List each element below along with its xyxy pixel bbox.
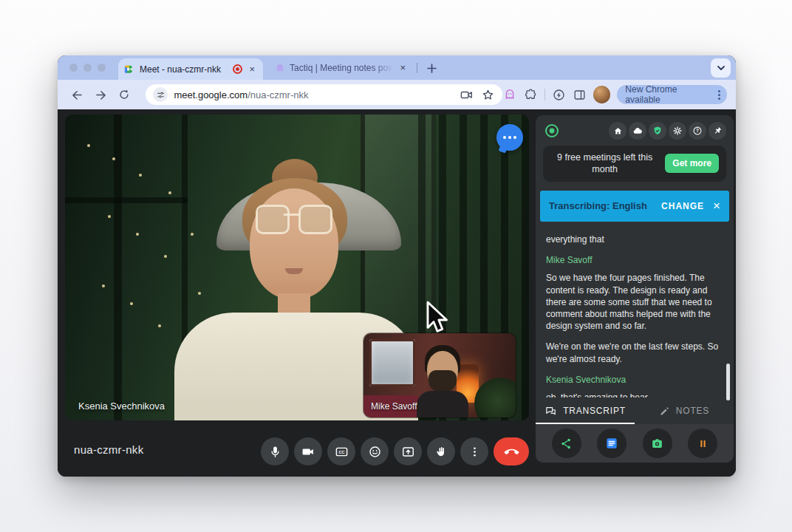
transcript-scrollbar[interactable] [726, 364, 730, 400]
url-bar[interactable]: meet.google.com/nua-czmr-nkk [146, 84, 502, 105]
shield-check-icon[interactable] [649, 122, 666, 140]
share-button[interactable] [552, 429, 581, 458]
tab-label: Meet - nua-czmr-nkk [140, 64, 228, 75]
tab-notes-label: NOTES [676, 406, 709, 416]
chrome-update-label: New Chrome available [625, 84, 713, 105]
recording-target-icon [544, 123, 559, 138]
tab-divider [417, 63, 417, 73]
toolbar-divider [544, 89, 545, 100]
transcribing-label: Transcribing: English [549, 200, 661, 211]
pin-icon[interactable] [709, 122, 726, 140]
beard [429, 370, 457, 392]
more-menu-icon[interactable] [716, 90, 723, 100]
help-icon[interactable]: ? [689, 122, 706, 140]
tab-label: Tactiq | Meeting notes powe [290, 63, 393, 73]
present-button[interactable] [394, 437, 422, 466]
extensions-puzzle-icon[interactable] [524, 88, 538, 102]
site-settings-icon[interactable] [153, 87, 168, 102]
speaker-name: Mike Savoff [546, 254, 722, 266]
transcript-line: oh, that's amazing to hear [546, 392, 722, 398]
string-lights [87, 144, 90, 147]
glasses-bridge [284, 214, 300, 216]
participant-mike [417, 345, 468, 417]
back-icon[interactable] [68, 85, 87, 104]
meeting-code: nua-czmr-nkk [74, 443, 143, 456]
meet-controls: CC [261, 437, 529, 466]
camera-permission-icon[interactable] [460, 88, 474, 102]
url-text: meet.google.com/nua-czmr-nkk [174, 89, 308, 100]
glasses-right [298, 205, 332, 234]
get-more-button[interactable]: Get more [665, 154, 719, 173]
tactiq-favicon [275, 63, 285, 73]
pip-participant-name: Mike Savoff [371, 401, 417, 412]
tab-transcript-label: TRANSCRIPT [563, 406, 626, 416]
screenshot-button[interactable] [643, 429, 672, 458]
meet-page: Ksenia Svechnikova Mike Savoff [58, 109, 736, 477]
tactiq-sidebar: ? 9 free meetings left this month Get mo… [536, 115, 734, 463]
plant [474, 378, 516, 417]
url-domain: meet.google.com [174, 89, 248, 100]
tactiq-header: ? [536, 115, 734, 143]
main-video-tile[interactable]: Ksenia Svechnikova Mike Savoff [65, 115, 529, 420]
raise-hand-button[interactable] [427, 437, 455, 466]
shirt [417, 391, 468, 417]
reactions-button[interactable] [361, 437, 389, 466]
new-tab-button[interactable] [423, 59, 440, 77]
svg-text:?: ? [696, 128, 699, 133]
browser-window: Meet - nua-czmr-nkk × Tactiq | Meeting n… [58, 55, 736, 477]
pause-transcription-button[interactable] [688, 429, 717, 458]
glasses-left [256, 205, 290, 234]
main-participant-name: Ksenia Svechnikova [78, 400, 165, 412]
minimize-window-button[interactable] [83, 64, 92, 72]
tab-tactiq[interactable]: Tactiq | Meeting notes powe × [269, 55, 414, 80]
change-language-button[interactable]: CHANGE [661, 201, 704, 211]
pip-video-tile[interactable]: Mike Savoff [363, 333, 516, 417]
transcript-line: So we have the four pages finished. The … [546, 272, 722, 332]
tab-transcript[interactable]: TRANSCRIPT [536, 398, 635, 424]
transcribing-banner: Transcribing: English CHANGE × [540, 191, 729, 222]
battery-saver-icon[interactable] [552, 88, 566, 102]
transcript-line: everything that [546, 233, 722, 245]
quota-text: 9 free meetings left this month [550, 151, 659, 176]
export-to-docs-button[interactable] [597, 429, 627, 458]
window-controls [69, 64, 106, 72]
close-tab-icon[interactable]: × [397, 62, 408, 73]
speaker-name: Ksenia Svechnikova [546, 374, 722, 386]
pip-window [369, 339, 415, 386]
recording-indicator-icon [233, 64, 242, 74]
browser-toolbar: meet.google.com/nua-czmr-nkk [58, 80, 736, 109]
tactiq-chat-bubble-button[interactable] [496, 124, 523, 151]
home-icon[interactable] [609, 122, 627, 140]
settings-gear-icon[interactable] [669, 122, 686, 140]
camera-button[interactable] [294, 437, 322, 466]
desktop: Meet - nua-czmr-nkk × Tactiq | Meeting n… [0, 0, 792, 532]
forward-icon[interactable] [92, 85, 111, 104]
captions-button[interactable]: CC [327, 437, 355, 466]
url-path: /nua-czmr-nkk [248, 89, 308, 100]
close-tab-icon[interactable]: × [247, 64, 257, 75]
meet-favicon [124, 64, 135, 75]
chrome-update-button[interactable]: New Chrome available [617, 85, 727, 104]
tab-notes[interactable]: NOTES [635, 398, 734, 424]
sidebar-tabs: TRANSCRIPT NOTES [536, 398, 734, 424]
bookmark-star-icon[interactable] [481, 88, 495, 102]
end-call-button[interactable] [494, 437, 529, 466]
microphone-button[interactable] [261, 437, 289, 466]
sidebar-action-bar [536, 424, 734, 463]
more-options-button[interactable] [460, 437, 488, 466]
close-banner-icon[interactable]: × [713, 200, 720, 212]
toolbar-right-cluster: New Chrome available [502, 85, 727, 104]
tab-search-button[interactable] [711, 58, 731, 78]
tab-meet[interactable]: Meet - nua-czmr-nkk × [118, 58, 263, 80]
close-window-button[interactable] [69, 64, 78, 72]
profile-avatar[interactable] [593, 86, 611, 103]
svg-text:CC: CC [338, 450, 344, 454]
zoom-window-button[interactable] [98, 64, 106, 72]
reload-icon[interactable] [115, 85, 134, 104]
side-panel-icon[interactable] [573, 88, 587, 102]
transcript-panel[interactable]: everything that Mike Savoff So we have t… [536, 228, 734, 398]
tab-strip: Meet - nua-czmr-nkk × Tactiq | Meeting n… [58, 55, 736, 80]
cloud-icon[interactable] [629, 122, 646, 140]
garden-window-frame [114, 115, 122, 420]
tactiq-extension-icon[interactable] [502, 87, 517, 102]
